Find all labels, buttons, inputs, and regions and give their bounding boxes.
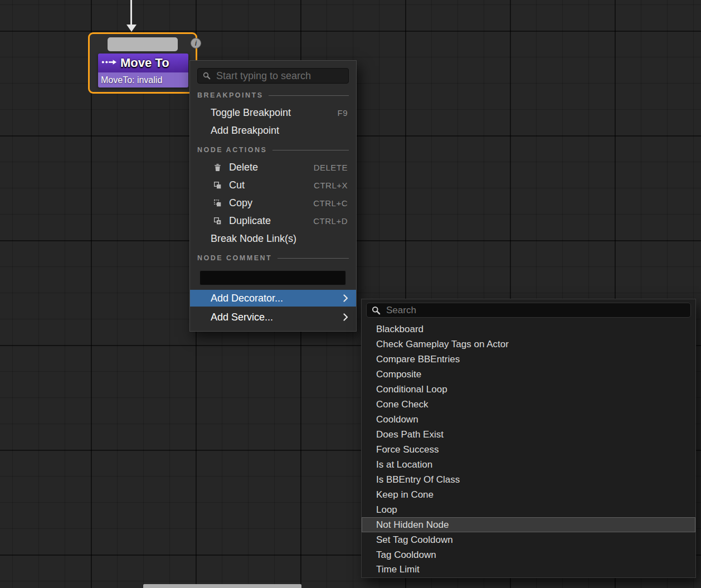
node-title: Move To [120,56,169,70]
decorator-list-item-label: Is BBEntry Of Class [376,474,460,485]
section-breakpoints: BREAKPOINTS [190,87,356,104]
menu-item-add-breakpoint[interactable]: Add Breakpoint [190,122,356,139]
node-comment-bubble[interactable] [108,37,178,51]
menu-item-duplicate[interactable]: Duplicate CTRL+D [190,212,356,230]
add-decorator-submenu: Blackboard Check Gameplay Tags on Actor … [361,299,696,578]
duplicate-icon [213,217,222,225]
chevron-right-icon [343,313,348,321]
node-context-menu: BREAKPOINTS Toggle Breakpoint F9 Add Bre… [189,60,357,332]
menu-item-label: Add Decorator... [211,293,283,304]
menu-item-label: Break Node Link(s) [211,233,296,245]
menu-item-add-decorator[interactable]: Add Decorator... [190,290,356,307]
decorator-search[interactable] [366,303,691,318]
node-header: Move To [98,54,188,72]
menu-item-label: Add Breakpoint [211,125,279,137]
decorator-list: Blackboard Check Gameplay Tags on Actor … [362,322,695,577]
search-icon [203,72,211,80]
chevron-right-icon [343,294,348,302]
graph-canvas[interactable]: i Move To MoveTo: invalid BREAKPOINTS To… [0,0,701,588]
section-node-actions-label: NODE ACTIONS [197,146,267,154]
decorator-list-item-label: Check Gameplay Tags on Actor [376,339,509,350]
menu-item-toggle-breakpoint[interactable]: Toggle Breakpoint F9 [190,104,356,122]
search-icon [372,306,381,315]
decorator-list-item-label: Time Limit [376,564,420,575]
menu-item-shortcut: F9 [337,108,348,118]
decorator-list-item[interactable]: Not Hidden Node [362,517,695,532]
section-node-comment-label: NODE COMMENT [197,254,272,262]
menu-item-label: Copy [229,197,252,209]
node-comment-input[interactable] [199,270,346,285]
decorator-search-input[interactable] [385,304,685,317]
context-menu-search-input[interactable] [215,70,343,82]
section-rule [269,95,349,96]
menu-item-label: Duplicate [229,215,271,227]
node-info-badge-icon: i [191,38,201,48]
decorator-list-item-label: Loop [376,504,397,516]
menu-item-shortcut: CTRL+X [314,181,348,190]
decorator-list-item-label: Not Hidden Node [376,519,449,531]
decorator-list-item-label: Tag Cooldown [376,550,436,561]
decorator-list-item[interactable]: Tag Cooldown [362,547,695,562]
cut-icon [213,181,222,189]
decorator-list-item-label: Keep in Cone [376,489,434,500]
menu-item-label: Delete [229,162,258,173]
decorator-list-item[interactable]: Time Limit [362,562,695,577]
section-rule [272,150,349,150]
menu-item-add-service[interactable]: Add Service... [190,309,356,325]
menu-item-shortcut: CTRL+C [313,198,348,208]
decorator-list-item[interactable]: Cone Check [362,397,695,412]
decorator-list-item[interactable]: Conditional Loop [362,382,695,397]
connection-arrowhead-icon [126,25,137,32]
decorator-list-item-label: Cone Check [376,399,429,410]
decorator-list-item[interactable]: Compare BBEntries [362,352,695,367]
menu-item-shortcut: CTRL+D [313,216,348,226]
section-node-actions: NODE ACTIONS [190,142,356,158]
decorator-list-item-label: Blackboard [376,324,423,335]
decorator-list-item[interactable]: Does Path Exist [362,427,695,443]
decorator-list-item-label: Is at Location [376,459,432,470]
move-to-node[interactable]: i Move To MoveTo: invalid [88,32,197,94]
menu-item-shortcut: DELETE [314,163,348,172]
decorator-list-item[interactable]: Is BBEntry Of Class [362,472,695,487]
menu-item-label: Toggle Breakpoint [211,107,291,119]
section-node-comment: NODE COMMENT [190,250,356,266]
menu-item-delete[interactable]: Delete DELETE [190,158,356,176]
connection-wire [130,0,132,25]
decorator-list-item[interactable]: Cooldown [362,412,695,427]
menu-item-cut[interactable]: Cut CTRL+X [190,176,356,194]
decorator-list-item-label: Set Tag Cooldown [376,534,453,546]
menu-item-label: Add Service... [211,312,273,323]
decorator-list-item[interactable]: Check Gameplay Tags on Actor [362,337,695,352]
node-body[interactable]: Move To MoveTo: invalid [98,54,188,88]
section-rule [278,258,349,259]
decorator-list-item-label: Force Success [376,444,439,455]
decorator-list-item[interactable]: Composite [362,367,695,382]
decorator-list-item[interactable]: Force Success [362,443,695,458]
trash-icon [213,163,222,172]
decorator-list-item-label: Does Path Exist [376,429,444,440]
move-to-icon [101,58,117,69]
menu-item-break-node-links[interactable]: Break Node Link(s) [190,230,356,247]
decorator-list-item[interactable]: Is at Location [362,457,695,472]
decorator-list-item[interactable]: Blackboard [362,322,695,337]
menu-item-label: Cut [229,179,245,191]
menu-item-copy[interactable]: Copy CTRL+C [190,194,356,212]
section-breakpoints-label: BREAKPOINTS [197,91,263,99]
decorator-list-item-label: Conditional Loop [376,384,447,395]
decorator-list-item[interactable]: Keep in Cone [362,487,695,502]
bottom-panel-edge [143,584,301,588]
decorator-list-item[interactable]: Set Tag Cooldown [362,532,695,547]
copy-icon [213,199,222,207]
decorator-list-item-label: Compare BBEntries [376,354,460,365]
decorator-list-item[interactable]: Loop [362,502,695,517]
context-menu-search[interactable] [197,68,349,84]
decorator-list-item-label: Cooldown [376,414,418,425]
decorator-list-item-label: Composite [376,369,421,380]
node-subtitle: MoveTo: invalid [98,72,188,88]
